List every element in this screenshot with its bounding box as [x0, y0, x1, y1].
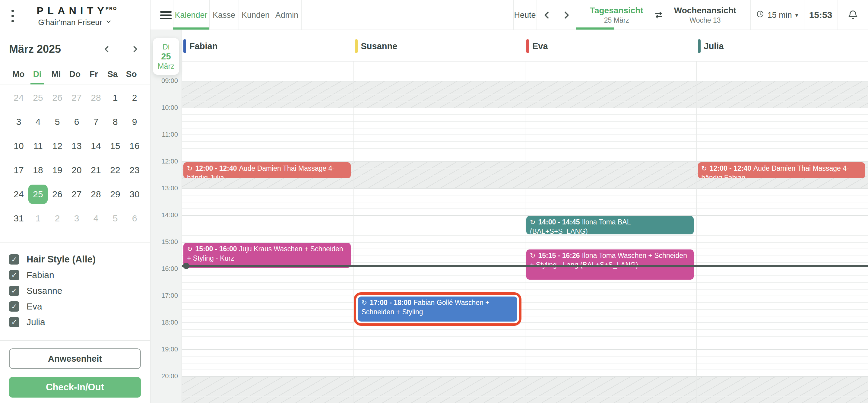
mini-calendar-week: 31123456	[9, 206, 141, 230]
event[interactable]: ↻12:00 - 12:40Aude Damien Thai Massage 4…	[698, 162, 865, 178]
event-time: 15:00 - 16:00	[195, 245, 237, 253]
time-label: 18:00	[161, 318, 178, 327]
mini-calendar-day[interactable]: 28	[86, 185, 105, 204]
today-button[interactable]: Heute	[514, 10, 536, 20]
mini-calendar-day[interactable]: 24	[9, 185, 28, 204]
prev-day-button[interactable]	[536, 0, 557, 30]
mini-calendar-day[interactable]: 2	[48, 209, 67, 228]
event[interactable]: ↻12:00 - 12:40Aude Damien Thai Massage 4…	[183, 162, 351, 178]
hamburger-menu-icon[interactable]	[160, 11, 172, 21]
mini-calendar-day[interactable]: 6	[67, 112, 86, 131]
mini-calendar-day[interactable]: 21	[86, 160, 105, 180]
event[interactable]: ↻14:00 - 14:45Ilona Toma BAL (BAL+S+S_LA…	[526, 216, 694, 235]
sidebar-header: PLANITYPRO G'hair'man Friseur	[0, 0, 150, 30]
mini-calendar-day[interactable]: 25	[28, 185, 48, 204]
active-view-underline	[576, 27, 614, 30]
mini-calendar-day[interactable]: 30	[125, 185, 144, 204]
event-time: 12:00 - 12:40	[710, 164, 751, 172]
weekday-label-sa: Sa	[103, 69, 122, 79]
staff-filters: ✓Hair Style (Alle)✓Fabian✓Susanne✓Eva✓Ju…	[0, 243, 150, 328]
checkbox-checked[interactable]: ✓	[9, 286, 19, 296]
mini-calendar-day[interactable]: 2	[125, 88, 144, 107]
mini-calendar-day[interactable]: 17	[9, 160, 28, 180]
mini-calendar-day[interactable]: 8	[105, 112, 125, 131]
event-selected[interactable]: ↻17:00 - 18:00Fabian Gollé Waschen + Sch…	[358, 297, 518, 321]
logo-pro-badge: PRO	[105, 6, 117, 11]
sidebar-divider	[0, 340, 150, 341]
mini-calendar-day[interactable]: 27	[67, 185, 86, 204]
week-view-number: Woche 13	[674, 16, 736, 25]
mini-calendar-day[interactable]: 9	[125, 112, 144, 131]
mini-calendar-week: 17181920212223	[9, 158, 141, 182]
column-divider	[525, 61, 525, 403]
mini-calendar-day[interactable]: 4	[28, 112, 48, 131]
time-label: 09:00	[161, 77, 178, 85]
mini-calendar-day[interactable]: 5	[48, 112, 67, 131]
tab-kasse[interactable]: Kasse	[213, 10, 235, 20]
filter-item-julia[interactable]: ✓Julia	[9, 317, 141, 328]
mini-calendar-prev-button[interactable]	[101, 43, 113, 55]
time-label: 14:00	[161, 211, 178, 219]
mini-calendar-day[interactable]: 13	[67, 136, 86, 156]
mini-calendar-day[interactable]: 23	[125, 160, 144, 180]
mini-calendar-day[interactable]: 19	[48, 160, 67, 180]
mini-calendar-day[interactable]: 26	[48, 88, 67, 107]
mini-calendar-day[interactable]: 10	[9, 136, 28, 156]
event[interactable]: ↻15:00 - 16:00Juju Kraus Waschen + Schne…	[183, 243, 351, 268]
mini-calendar-day[interactable]: 12	[48, 136, 67, 156]
mini-calendar-day[interactable]: 15	[105, 136, 125, 156]
filter-item-susanne[interactable]: ✓Susanne	[9, 285, 141, 296]
mini-calendar-week: 24252627282930	[9, 182, 141, 206]
event[interactable]: ↻15:15 - 16:26Ilona Toma Waschen + Schne…	[526, 249, 694, 279]
mini-calendar-day[interactable]: 11	[28, 136, 48, 156]
attendance-button[interactable]: Anwesenheit	[9, 348, 141, 369]
mini-calendar-day[interactable]: 26	[48, 185, 67, 204]
mini-calendar-day[interactable]: 18	[28, 160, 48, 180]
weekday-label-mi: Mi	[47, 69, 65, 79]
mini-calendar-day[interactable]: 3	[9, 112, 28, 131]
notifications-button[interactable]	[838, 0, 868, 30]
mini-calendar-day[interactable]: 20	[67, 160, 86, 180]
mini-calendar-day[interactable]: 6	[125, 209, 144, 228]
filter-group-all[interactable]: ✓Hair Style (Alle)	[9, 254, 141, 265]
checkbox-checked[interactable]: ✓	[9, 270, 19, 280]
checkbox-checked[interactable]: ✓	[9, 254, 19, 265]
tab-admin[interactable]: Admin	[275, 10, 299, 20]
mini-calendar-day[interactable]: 16	[125, 136, 144, 156]
mini-calendar-day[interactable]: 5	[105, 209, 125, 228]
tab-kalender[interactable]: Kalender	[175, 10, 207, 20]
mini-calendar-day[interactable]: 14	[86, 136, 105, 156]
mini-calendar-next-button[interactable]	[129, 43, 141, 55]
mini-calendar-day[interactable]: 25	[28, 88, 48, 107]
mini-calendar-day[interactable]: 31	[9, 209, 28, 228]
mini-calendar-day[interactable]: 27	[67, 88, 86, 107]
filter-item-fabian[interactable]: ✓Fabian	[9, 270, 141, 281]
filter-label: Susanne	[27, 286, 62, 296]
week-view-toggle[interactable]: Wochenansicht Woche 13	[674, 6, 736, 25]
checkbox-checked[interactable]: ✓	[9, 317, 19, 327]
mini-calendar-day[interactable]: 1	[105, 88, 125, 107]
filter-item-eva[interactable]: ✓Eva	[9, 301, 141, 312]
checkbox-checked[interactable]: ✓	[9, 301, 19, 312]
current-clock: 15:53	[809, 10, 832, 20]
next-day-button[interactable]	[557, 0, 576, 30]
interval-select[interactable]: 15 min ▾	[756, 10, 798, 20]
swap-view-icon[interactable]	[654, 10, 664, 20]
recurring-icon: ↻	[187, 245, 192, 253]
tab-kunden[interactable]: Kunden	[242, 10, 270, 20]
mini-calendar-day[interactable]: 28	[86, 88, 105, 107]
day-view-toggle[interactable]: Tagesansicht 25 März	[590, 6, 643, 25]
current-time-dot	[183, 263, 189, 269]
mini-calendar-day[interactable]: 4	[86, 209, 105, 228]
check-in-out-button[interactable]: Check-In/Out	[9, 377, 141, 398]
mini-calendar-day[interactable]: 7	[86, 112, 105, 131]
mini-calendar-day[interactable]: 24	[9, 88, 28, 107]
account-selector[interactable]: G'hair'man Friseur	[0, 18, 150, 27]
sidebar: PLANITYPRO G'hair'man Friseur März 2025	[0, 0, 151, 403]
mini-calendar-day[interactable]: 22	[105, 160, 125, 180]
staff-color-bar	[698, 39, 701, 53]
mini-calendar-day[interactable]: 1	[28, 209, 48, 228]
kebab-menu-icon[interactable]	[11, 10, 14, 25]
mini-calendar-day[interactable]: 3	[67, 209, 86, 228]
mini-calendar-day[interactable]: 29	[105, 185, 125, 204]
